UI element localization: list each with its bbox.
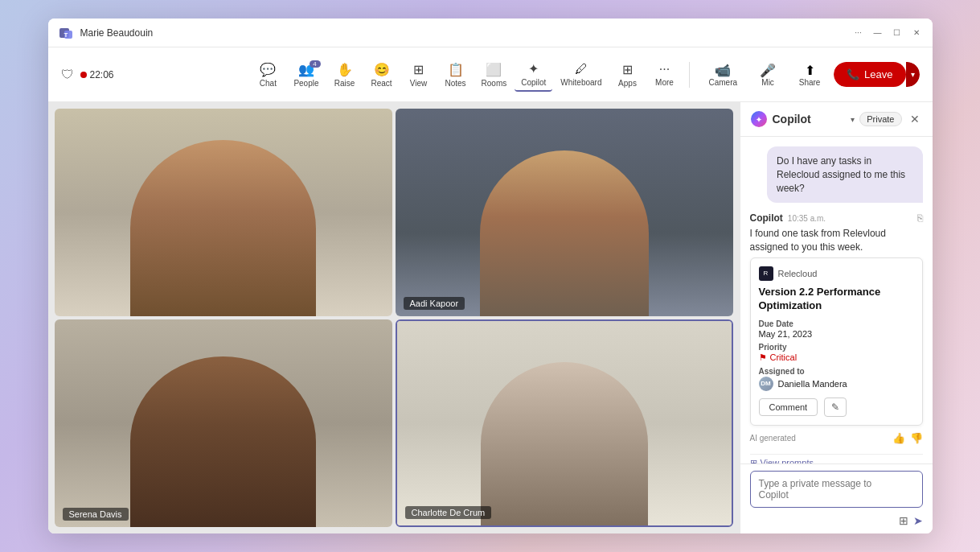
task-actions: Comment ✎ xyxy=(759,398,914,417)
assigned-label: Assigned to xyxy=(759,367,914,376)
participant-name-serena: Serena Davis xyxy=(63,508,129,521)
copilot-icon: ✦ xyxy=(528,61,539,76)
more-tool[interactable]: ··· More xyxy=(647,59,683,90)
svg-text:✦: ✦ xyxy=(756,116,762,124)
notes-tool[interactable]: 📋 Notes xyxy=(438,59,474,91)
chat-tool[interactable]: 💬 Chat xyxy=(250,59,285,91)
share-btn[interactable]: ⬆ Share xyxy=(792,60,827,90)
due-date-label: Due Date xyxy=(759,319,914,328)
private-badge: Private xyxy=(859,112,901,126)
participant-name-charlotte: Charlotte De Crum xyxy=(405,506,492,519)
notes-label: Notes xyxy=(445,79,465,88)
people-tool[interactable]: 👥 People 4 xyxy=(287,59,325,91)
thumbs-down-btn[interactable]: 👎 xyxy=(910,432,923,444)
camera-btn[interactable]: 📹 Camera xyxy=(703,60,744,90)
copy-icon[interactable]: ⎘ xyxy=(917,212,923,224)
share-icon: ⬆ xyxy=(805,63,815,78)
rooms-label: Rooms xyxy=(482,79,507,88)
svg-text:T: T xyxy=(64,31,68,39)
view-prompts-label: View prompts xyxy=(761,458,814,463)
raise-label: Raise xyxy=(334,79,355,88)
raise-icon: ✋ xyxy=(337,62,353,77)
send-btn[interactable]: ➤ xyxy=(913,514,923,527)
leave-btn[interactable]: 📞 Leave xyxy=(834,62,905,87)
copilot-input[interactable] xyxy=(750,471,923,508)
apps-label: Apps xyxy=(618,79,637,88)
whiteboard-tool[interactable]: 🖊 Whiteboard xyxy=(554,59,608,90)
table-insert-btn[interactable]: ⊞ xyxy=(899,514,908,527)
toolbar: 🛡 22:06 💬 Chat 👥 People 4 ✋ Raise 😊 xyxy=(48,47,933,102)
toolbar-divider xyxy=(689,62,690,88)
video-cell-participant-4: Charlotte De Crum xyxy=(396,319,733,527)
shield-icon: 🛡 xyxy=(61,68,74,82)
react-label: React xyxy=(371,79,392,88)
main-content: Aadi Kapoor Serena Davis Charlotte De Cr… xyxy=(48,102,933,533)
people-count: 4 xyxy=(310,60,321,68)
copilot-body: Do I have any tasks in Relecloud assigne… xyxy=(740,137,933,463)
task-card: R Relecloud Version 2.2 Performance Opti… xyxy=(750,257,923,426)
copilot-message: Copilot 10:35 a.m. ⎘ I found one task fr… xyxy=(750,212,923,443)
view-prompts-icon: ⊞ xyxy=(750,458,757,463)
maximize-btn[interactable]: ☐ xyxy=(891,27,904,39)
copilot-tool[interactable]: ✦ Copilot xyxy=(515,58,552,92)
copilot-dropdown-icon[interactable]: ▾ xyxy=(851,115,855,124)
more-options-btn[interactable]: ··· xyxy=(852,27,865,39)
task-priority-field: Priority ⚑ Critical xyxy=(759,343,914,363)
view-tool[interactable]: ⊞ View xyxy=(401,59,437,91)
thumbs-up-btn[interactable]: 👍 xyxy=(892,432,905,444)
copilot-close-btn[interactable]: ✕ xyxy=(907,111,923,127)
due-date-value: May 21, 2023 xyxy=(759,329,914,339)
rooms-tool[interactable]: ⬜ Rooms xyxy=(475,59,514,91)
priority-label: Priority xyxy=(759,343,914,352)
video-grid: Aadi Kapoor Serena Davis Charlotte De Cr… xyxy=(48,102,740,533)
feedback-btns: 👍 👎 xyxy=(892,432,923,444)
toolbar-right: 📹 Camera 🎤 Mic ⬆ Share 📞 Leave ▾ xyxy=(703,60,920,90)
comment-btn[interactable]: Comment xyxy=(759,398,818,416)
assignee-name: Daniella Mandera xyxy=(778,379,847,389)
view-label: View xyxy=(410,79,428,88)
window-controls: ··· — ☐ ✕ xyxy=(852,27,923,39)
copilot-response-time: 10:35 a.m. xyxy=(788,214,826,223)
whiteboard-icon: 🖊 xyxy=(575,62,588,76)
rec-indicator xyxy=(80,72,87,78)
camera-label: Camera xyxy=(709,78,738,87)
title-bar: T Marie Beaudouin ··· — ☐ ✕ xyxy=(48,19,933,47)
mic-label: Mic xyxy=(761,78,774,87)
notes-icon: 📋 xyxy=(448,62,464,77)
apps-icon: ⊞ xyxy=(622,62,633,77)
video-cell-participant-2: Aadi Kapoor xyxy=(396,109,733,316)
assignee-avatar: DM xyxy=(759,377,773,391)
react-tool[interactable]: 😊 React xyxy=(364,59,400,91)
apps-tool[interactable]: ⊞ Apps xyxy=(610,59,646,91)
assigned-row: DM Daniella Mandera xyxy=(759,377,914,391)
recording-badge: 22:06 xyxy=(80,69,114,80)
input-actions: ⊞ ➤ xyxy=(750,514,923,527)
people-label: People xyxy=(293,79,318,88)
close-btn[interactable]: ✕ xyxy=(910,27,923,39)
copilot-input-area: ⊞ ➤ xyxy=(740,463,933,533)
toolbar-tools: 💬 Chat 👥 People 4 ✋ Raise 😊 React ⊞ View xyxy=(250,58,682,92)
task-title: Version 2.2 Performance Optimization xyxy=(759,286,914,313)
video-cell-participant-3: Serena Davis xyxy=(55,319,392,527)
leave-chevron-btn[interactable]: ▾ xyxy=(906,62,920,87)
priority-text: Critical xyxy=(770,352,798,362)
copilot-title: Copilot xyxy=(773,113,847,126)
ai-generated-text: AI generated xyxy=(750,434,796,443)
ai-generated-row: AI generated 👍 👎 xyxy=(750,432,923,444)
camera-icon: 📹 xyxy=(715,63,731,78)
minimize-btn[interactable]: — xyxy=(871,27,884,39)
copilot-header: ✦ Copilot ▾ Private ✕ xyxy=(740,102,933,137)
copilot-logo: ✦ xyxy=(750,110,768,128)
raise-tool[interactable]: ✋ Raise xyxy=(327,59,363,91)
edit-icon-btn[interactable]: ✎ xyxy=(824,398,847,417)
video-cell-participant-1 xyxy=(55,109,392,316)
chat-label: Chat xyxy=(260,79,277,88)
teams-logo: T xyxy=(58,25,74,41)
more-label: More xyxy=(655,78,674,87)
priority-value: ⚑ Critical xyxy=(759,352,914,363)
task-due-date-field: Due Date May 21, 2023 xyxy=(759,319,914,339)
mic-btn[interactable]: 🎤 Mic xyxy=(750,60,785,90)
task-assigned-field: Assigned to DM Daniella Mandera xyxy=(759,367,914,391)
more-icon: ··· xyxy=(659,62,670,76)
view-prompts-row[interactable]: ⊞ View prompts xyxy=(750,454,923,463)
